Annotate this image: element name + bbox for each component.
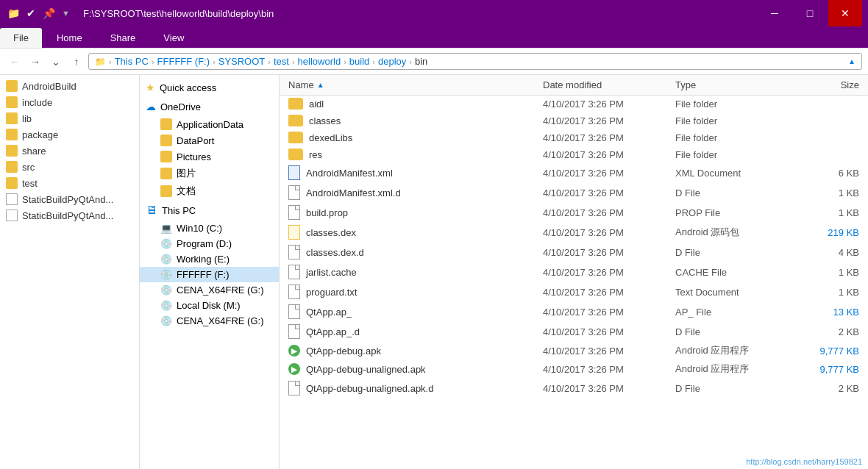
nav-drive-g1[interactable]: 💿 CENA_X64FRE (G:) xyxy=(140,282,279,298)
folder-icon xyxy=(160,151,172,162)
forward-button[interactable]: → xyxy=(26,53,44,71)
breadcrumb-helloworld[interactable]: helloworld xyxy=(298,56,341,67)
file-name-cell: QtApp-debug-unaligned.apk.d xyxy=(288,381,543,395)
nav-item-pictures[interactable]: Pictures xyxy=(140,148,279,165)
file-type: Android 应用程序 xyxy=(675,362,793,376)
close-button[interactable]: ✕ xyxy=(828,0,862,26)
breadcrumb-sysroot[interactable]: SYSROOT xyxy=(218,56,266,67)
folder-icon xyxy=(6,161,18,173)
file-row[interactable]: classes 4/10/2017 3:26 PM File folder xyxy=(280,112,868,129)
tree-item-src[interactable]: src xyxy=(0,159,139,175)
tab-home[interactable]: Home xyxy=(43,28,96,48)
minimize-button[interactable]: ─ xyxy=(758,0,791,26)
column-headers: Name ▲ Date modified Type Size xyxy=(280,75,868,96)
col-size[interactable]: Size xyxy=(793,79,859,90)
address-bar[interactable]: 📁 › This PC › FFFFFF (F:) › SYSROOT › te… xyxy=(88,53,862,70)
nav-item-appdata[interactable]: ApplicationData xyxy=(140,116,279,132)
file-date: 4/10/2017 3:26 PM xyxy=(543,149,675,160)
nav-item-documents[interactable]: 文档 xyxy=(140,182,279,200)
file-row[interactable]: ▶ QtApp-debug-unaligned.apk 4/10/2017 3:… xyxy=(280,360,868,379)
file-name: QtApp-debug-unaligned.apk xyxy=(306,364,426,375)
drive-label: Local Disk (M:) xyxy=(177,300,241,311)
file-row[interactable]: classes.dex.d 4/10/2017 3:26 PM D File 4… xyxy=(280,243,868,262)
file-type: Text Document xyxy=(675,287,793,298)
file-icon xyxy=(288,284,300,299)
this-pc-header[interactable]: 🖥 This PC xyxy=(140,200,279,221)
quick-access-header[interactable]: ★ Quick access xyxy=(140,78,279,97)
breadcrumb-thispc[interactable]: This PC xyxy=(115,56,149,67)
nav-drive-e[interactable]: 💿 Working (E:) xyxy=(140,251,279,267)
nav-panel: ★ Quick access ☁ OneDrive ApplicationDat… xyxy=(140,75,280,469)
up-button[interactable]: ↑ xyxy=(68,53,85,71)
tree-item-label: src xyxy=(22,162,35,173)
onedrive-header[interactable]: ☁ OneDrive xyxy=(140,97,279,116)
tree-item-test[interactable]: test xyxy=(0,175,139,191)
nav-drive-m[interactable]: 💿 Local Disk (M:) xyxy=(140,298,279,313)
tree-item-package[interactable]: package xyxy=(0,126,139,143)
breadcrumb-f[interactable]: FFFFFF (F:) xyxy=(157,56,210,67)
tree-item-static2[interactable]: StaticBuildPyQtAnd... xyxy=(0,207,139,223)
recent-button[interactable]: ⌄ xyxy=(47,53,65,71)
folder-icon xyxy=(6,145,18,157)
sort-arrow: ▲ xyxy=(317,81,324,89)
file-row[interactable]: ▶ QtApp-debug.apk 4/10/2017 3:26 PM Andr… xyxy=(280,342,868,360)
folder-icon xyxy=(160,168,172,179)
file-row[interactable]: AndroidManifest.xml.d 4/10/2017 3:26 PM … xyxy=(280,183,868,203)
back-button[interactable]: ← xyxy=(6,53,24,71)
nav-item-chinese-pictures[interactable]: 图片 xyxy=(140,165,279,182)
file-type: Android 应用程序 xyxy=(675,344,793,357)
folder-icon xyxy=(160,185,172,197)
pin-icon: 📌 xyxy=(41,6,56,21)
breadcrumb-test[interactable]: test xyxy=(274,56,289,67)
nav-item-label: Pictures xyxy=(177,151,211,162)
file-row[interactable]: QtApp.ap_.d 4/10/2017 3:26 PM D File 2 K… xyxy=(280,322,868,342)
file-size: 6 KB xyxy=(793,168,859,179)
file-row[interactable]: jarlist.cache 4/10/2017 3:26 PM CACHE Fi… xyxy=(280,262,868,282)
file-name: classes.dex.d xyxy=(306,247,364,258)
file-name-cell: AndroidManifest.xml xyxy=(288,165,543,180)
file-name: QtApp-debug-unaligned.apk.d xyxy=(306,383,433,394)
file-row[interactable]: dexedLibs 4/10/2017 3:26 PM File folder xyxy=(280,129,868,146)
nav-drive-c[interactable]: 💻 Win10 (C:) xyxy=(140,221,279,236)
nav-drive-f[interactable]: 💿 FFFFFF (F:) xyxy=(140,267,279,282)
col-name[interactable]: Name ▲ xyxy=(288,79,543,90)
tree-item-lib[interactable]: lib xyxy=(0,110,139,126)
file-row[interactable]: build.prop 4/10/2017 3:26 PM PROP File 1… xyxy=(280,203,868,223)
watermark: http://blog.csdn.net/harry159821 xyxy=(746,457,862,466)
file-date: 4/10/2017 3:26 PM xyxy=(543,187,675,198)
file-row[interactable]: AndroidManifest.xml 4/10/2017 3:26 PM XM… xyxy=(280,163,868,183)
maximize-button[interactable]: □ xyxy=(793,0,827,26)
file-row[interactable]: classes.dex 4/10/2017 3:26 PM Android 源码… xyxy=(280,223,868,243)
nav-item-dataport[interactable]: DataPort xyxy=(140,132,279,148)
tab-view[interactable]: View xyxy=(150,28,197,48)
onedrive-label: OneDrive xyxy=(160,101,201,112)
tree-item-label: AndroidBuild xyxy=(22,81,77,92)
file-row[interactable]: res 4/10/2017 3:26 PM File folder xyxy=(280,146,868,163)
file-date: 4/10/2017 3:26 PM xyxy=(543,326,675,337)
breadcrumb-deploy[interactable]: deploy xyxy=(378,56,406,67)
nav-item-label: ApplicationData xyxy=(177,119,243,130)
folder-icon xyxy=(288,115,303,126)
col-date[interactable]: Date modified xyxy=(543,79,675,90)
file-icon xyxy=(288,265,300,279)
file-row[interactable]: proguard.txt 4/10/2017 3:26 PM Text Docu… xyxy=(280,282,868,302)
file-date: 4/10/2017 3:26 PM xyxy=(543,227,675,238)
file-row[interactable]: QtApp-debug-unaligned.apk.d 4/10/2017 3:… xyxy=(280,379,868,398)
tab-share[interactable]: Share xyxy=(97,28,149,48)
file-row[interactable]: aidl 4/10/2017 3:26 PM File folder xyxy=(280,96,868,112)
tree-item-static1[interactable]: StaticBuildPyQtAnd... xyxy=(0,191,139,207)
nav-drive-d[interactable]: 💿 Program (D:) xyxy=(140,236,279,251)
file-date: 4/10/2017 3:26 PM xyxy=(543,307,675,318)
file-type: D File xyxy=(675,326,793,337)
col-type[interactable]: Type xyxy=(675,79,793,90)
nav-drive-g2[interactable]: 💿 CENA_X64FRE (G:) xyxy=(140,313,279,329)
file-row[interactable]: QtApp.ap_ 4/10/2017 3:26 PM AP_ File 13 … xyxy=(280,302,868,322)
drive-label: CENA_X64FRE (G:) xyxy=(177,284,263,296)
tree-item-include[interactable]: include xyxy=(0,94,139,110)
tab-file[interactable]: File xyxy=(0,28,42,48)
breadcrumb-build[interactable]: build xyxy=(349,56,369,67)
file-size: 2 KB xyxy=(793,326,859,337)
file-date: 4/10/2017 3:26 PM xyxy=(543,99,675,110)
tree-item-share[interactable]: share xyxy=(0,143,139,159)
tree-item-androidbuild[interactable]: AndroidBuild xyxy=(0,78,139,94)
